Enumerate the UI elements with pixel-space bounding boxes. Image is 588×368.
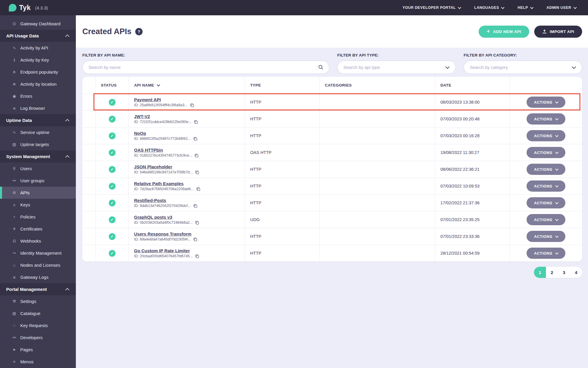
- api-name-link[interactable]: NoOp: [134, 131, 146, 136]
- category-filter-select[interactable]: Search by category: [464, 61, 582, 74]
- actions-button[interactable]: ACTIONS: [527, 180, 565, 192]
- sidebar-item-nodes-and-licenses[interactable]: ⌂Nodes and Licenses: [0, 259, 76, 271]
- sidebar-item-webhooks[interactable]: ΩWebhooks: [0, 235, 76, 247]
- sidebar-item-pages[interactable]: ➤Pages: [0, 344, 76, 356]
- actions-button[interactable]: ACTIONS: [527, 147, 565, 158]
- actions-button[interactable]: ACTIONS: [527, 97, 565, 108]
- actions-button[interactable]: ACTIONS: [527, 164, 565, 175]
- sidebar-item-developers[interactable]: ⚯Developers: [0, 331, 76, 344]
- row-actions-cell: ACTIONS: [510, 195, 582, 211]
- sidebar-item-users[interactable]: ⚲Users: [0, 163, 76, 175]
- sidebar-section-portal-management[interactable]: Portal Management: [0, 283, 76, 295]
- api-name-link[interactable]: Go Custom IP Rate Limiter: [134, 248, 190, 253]
- chevron-down-icon: [555, 167, 558, 170]
- menu-label: YOUR DEVELOPER PORTAL: [402, 6, 456, 10]
- import-api-button[interactable]: IMPORT API: [534, 26, 582, 38]
- pagination: 1234: [76, 267, 582, 278]
- page-2[interactable]: 2: [546, 267, 558, 278]
- api-name-link[interactable]: GraphQL posts v3: [134, 215, 172, 220]
- sidebar-section-uptime-data[interactable]: Uptime Data: [0, 114, 76, 126]
- copy-icon[interactable]: [195, 170, 199, 175]
- sidebar-item-keys[interactable]: ⋏Keys: [0, 199, 76, 211]
- menu-help[interactable]: HELP: [517, 6, 533, 10]
- search-by-name-input[interactable]: [83, 65, 318, 70]
- row-categories-cell: [320, 195, 435, 211]
- sidebar-item-label: Activity by location: [20, 82, 56, 87]
- copy-icon[interactable]: [193, 137, 198, 141]
- help-icon[interactable]: ?: [135, 28, 143, 35]
- sidebar-item-label: Activity by Key: [20, 57, 49, 62]
- row-date-cell: 07/03/2023 00:20:48: [435, 111, 510, 127]
- actions-button[interactable]: ACTIONS: [527, 231, 565, 242]
- row-name-cell: Go Custom IP Rate LimiterID: 20cbad000d6…: [129, 245, 245, 261]
- sidebar-item-activity-by-location[interactable]: ⊕Activity by location: [0, 78, 76, 90]
- page-3[interactable]: 3: [558, 267, 570, 278]
- tyk-dashboard: Tyk (4.3.3) YOUR DEVELOPER PORTALLANGUAG…: [0, 0, 588, 368]
- sidebar-item-gateway-dashboard[interactable]: ⊡Gateway Dashboard: [0, 18, 76, 30]
- actions-button[interactable]: ACTIONS: [527, 248, 565, 259]
- sidebar-item-errors[interactable]: ◉Errors: [0, 90, 76, 102]
- copy-icon[interactable]: [195, 254, 199, 258]
- api-name-link[interactable]: JSON Placeholder: [134, 164, 172, 169]
- header-api-name[interactable]: API NAME: [129, 77, 245, 94]
- sidebar-item-key-requests[interactable]: ∴Key Requests: [0, 319, 76, 331]
- sidebar-item-activity-by-api[interactable]: ∿Activity by API: [0, 42, 76, 54]
- sidebar-item-uptime-targets[interactable]: ▤Uptime targets: [0, 138, 76, 150]
- type-filter-select[interactable]: Search by api type: [337, 61, 456, 74]
- copy-icon[interactable]: [193, 237, 198, 242]
- page-1[interactable]: 1: [534, 267, 546, 278]
- sidebar-item-apis[interactable]: ⚙APIs: [0, 187, 76, 199]
- page-4[interactable]: 4: [570, 267, 582, 278]
- add-new-api-button[interactable]: + ADD NEW API: [479, 26, 529, 38]
- api-id: ID: 546e885199c947147e7f39b7d...: [134, 170, 199, 175]
- sidebar-item-label: Errors: [20, 94, 32, 99]
- sidebar-item-policies[interactable]: ♆Policies: [0, 211, 76, 223]
- menu-languages[interactable]: LANGUAGES: [474, 6, 504, 10]
- sidebar-item-endpoint-popularity[interactable]: ⋔Endpoint popularity: [0, 66, 76, 78]
- row-name-cell: Restified-PostsID: 9ddb13d7462042f27042f…: [129, 195, 245, 211]
- copy-icon[interactable]: [195, 221, 199, 225]
- row-status-cell: ✓: [96, 228, 129, 245]
- sidebar-item-label: Settings: [20, 299, 36, 304]
- sidebar-item-log-browser[interactable]: жLog Browser: [0, 102, 76, 114]
- actions-button[interactable]: ACTIONS: [527, 197, 565, 208]
- menu-your-developer-portal[interactable]: YOUR DEVELOPER PORTAL: [402, 6, 461, 10]
- copy-icon[interactable]: [194, 120, 198, 124]
- actions-button[interactable]: ACTIONS: [527, 214, 565, 225]
- section-label: API Usage Data: [6, 33, 39, 38]
- api-name-link[interactable]: JWT-V2: [134, 114, 150, 119]
- topbar-menus: YOUR DEVELOPER PORTALLANGUAGESHELPADMIN …: [402, 6, 576, 10]
- bug-icon: ж: [12, 275, 17, 279]
- copy-icon[interactable]: [193, 204, 198, 208]
- copy-icon[interactable]: [196, 187, 201, 191]
- menu-admin-user[interactable]: ADMIN USER: [547, 6, 576, 10]
- api-id: ID: 8668f22f0a25497c772b48f42...: [134, 137, 198, 141]
- status-active-icon: ✓: [109, 149, 116, 156]
- api-name-link[interactable]: Restified-Posts: [134, 198, 166, 203]
- row-type-cell: HTTP: [245, 195, 320, 211]
- actions-button[interactable]: ACTIONS: [527, 130, 565, 141]
- sidebar-section-api-usage-data[interactable]: API Usage Data: [0, 30, 76, 42]
- sidebar-item-identity-management[interactable]: ↪Identity Management: [0, 247, 76, 259]
- sidebar-item-settings[interactable]: ⚒Settings: [0, 295, 76, 307]
- api-name-link[interactable]: OAS HTTPbin: [134, 147, 163, 152]
- sidebar-item-menus[interactable]: ≡Menus: [0, 356, 76, 368]
- sidebar-item-gateway-logs[interactable]: жGateway Logs: [0, 271, 76, 283]
- sidebar-item-certificates[interactable]: ⚜Certificates: [0, 223, 76, 235]
- sidebar-section-system-management[interactable]: System Management: [0, 150, 76, 163]
- status-active-icon: ✓: [109, 132, 116, 139]
- chevron-up-icon: [65, 119, 69, 123]
- copy-icon[interactable]: [194, 153, 199, 158]
- actions-button[interactable]: ACTIONS: [527, 113, 565, 125]
- sidebar-item-user-groups[interactable]: ⚯User groups: [0, 175, 76, 187]
- sidebar-item-service-uptime[interactable]: ∿Service uptime: [0, 126, 76, 138]
- sidebar-item-catalogue[interactable]: ▤Catalogue: [0, 307, 76, 319]
- sidebar-item-activity-by-key[interactable]: ⚷Activity by Key: [0, 54, 76, 66]
- row-categories-cell: [320, 211, 435, 228]
- copy-icon[interactable]: [190, 103, 194, 107]
- api-name-link[interactable]: Payment API: [134, 97, 161, 102]
- chevron-up-icon: [65, 155, 69, 159]
- api-name-link[interactable]: Relative Path Examples: [134, 181, 183, 186]
- api-name-link[interactable]: Users Response Transform: [134, 231, 191, 236]
- search-icon[interactable]: [318, 64, 324, 70]
